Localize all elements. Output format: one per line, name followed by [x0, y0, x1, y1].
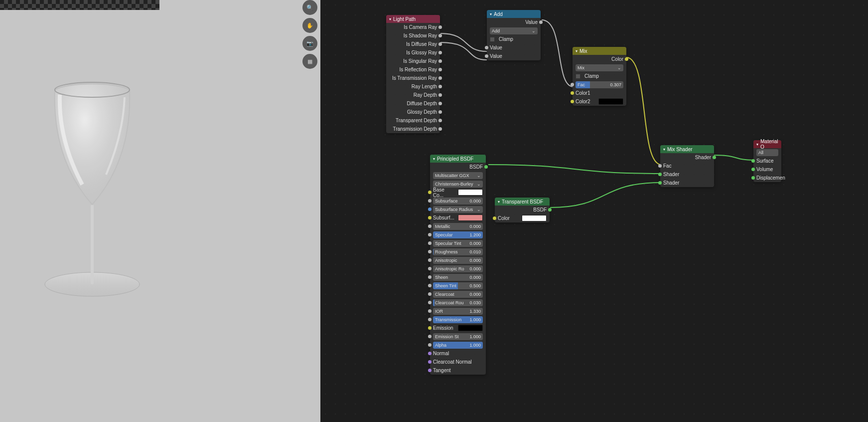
input-label: Emission: [433, 325, 453, 331]
node-transparent-bsdf[interactable]: ▾ Transparent BSDF BSDF Color: [495, 198, 550, 222]
param-slider[interactable]: Specular1.200: [433, 231, 483, 238]
node-editor[interactable]: ▾ Light Path Is Camera RayIs Shadow RayI…: [320, 0, 868, 422]
output-label: Is Transmission Ray: [392, 75, 437, 81]
distribution-dropdown[interactable]: Multiscatter GGX: [433, 172, 483, 179]
input-label: Displacemen: [756, 175, 785, 181]
output-label: Is Glossy Ray: [406, 50, 437, 55]
node-title: Principled BSDF: [437, 156, 473, 162]
param-slider[interactable]: Sheen Tint0.500: [433, 282, 483, 289]
output-label: Shader: [695, 155, 711, 160]
basecolor-swatch[interactable]: [458, 189, 483, 196]
node-title: Mix Shader: [667, 147, 693, 152]
output-label: Transmission Depth: [393, 126, 437, 132]
param-slider[interactable]: Roughness0.010: [433, 248, 483, 255]
clamp-checkbox[interactable]: [576, 74, 580, 79]
input-label: Volume: [756, 167, 773, 172]
param-slider[interactable]: Specular Tint0.000: [433, 240, 483, 247]
zoom-icon[interactable]: 🔍: [302, 0, 317, 15]
input-label: Color: [498, 215, 510, 221]
param-slider[interactable]: Metallic0.000: [433, 223, 483, 230]
node-header[interactable]: ▾ Material O: [753, 140, 781, 148]
math-mode-dropdown[interactable]: Add: [490, 27, 538, 34]
output-label: Transparent Depth: [396, 118, 437, 123]
input-label: Color1: [576, 90, 590, 96]
node-math-add[interactable]: ▾ Add Value Add Clamp Value Value: [487, 10, 541, 60]
output-label: Is Camera Ray: [404, 24, 437, 30]
node-mix-shader[interactable]: ▾ Mix Shader Shader Fac Shader Shader: [660, 145, 714, 187]
input-label: Value: [490, 45, 502, 50]
param-slider[interactable]: Anisotropic0.000: [433, 257, 483, 264]
clamp-label: Clamp: [584, 73, 599, 79]
output-label: Is Reflection Ray: [399, 67, 437, 72]
input-label: Subsurf...: [433, 215, 454, 220]
input-label: Shader: [663, 172, 679, 177]
node-header[interactable]: ▾ Add: [487, 10, 541, 18]
input-label: Normal: [433, 351, 449, 356]
collapse-icon: ▾: [576, 49, 578, 53]
collapse-icon: ▾: [433, 157, 435, 161]
node-title: Mix: [579, 48, 587, 54]
input-label: Clearcoat Normal: [433, 359, 472, 365]
output-label: Color: [611, 56, 623, 62]
color-swatch[interactable]: [522, 215, 547, 221]
node-header[interactable]: ▾ Light Path: [386, 15, 440, 23]
fac-slider[interactable]: Fac0.307: [576, 81, 623, 88]
output-label: Is Singular Ray: [403, 58, 437, 64]
output-label: Ray Depth: [414, 92, 437, 98]
persp-icon[interactable]: ▦: [302, 54, 317, 69]
viewport-3d[interactable]: 🔍 ✋ 📷 ▦: [0, 0, 320, 422]
svg-rect-1: [91, 205, 94, 284]
param-swatch[interactable]: [458, 325, 483, 331]
param-slider[interactable]: Anisotropic Ro0.000: [433, 265, 483, 272]
collapse-icon: ▾: [490, 12, 492, 16]
color2-swatch[interactable]: [598, 98, 623, 105]
pan-icon[interactable]: ✋: [302, 18, 317, 33]
input-label: Fac: [663, 163, 672, 169]
collapse-icon: ▾: [663, 147, 665, 152]
param-swatch[interactable]: [458, 214, 483, 221]
node-material-output[interactable]: ▾ Material O All SurfaceVolumeDisplaceme…: [753, 140, 781, 182]
param-slider[interactable]: Clearcoat0.000: [433, 291, 483, 298]
collapse-icon: ▾: [389, 17, 391, 21]
node-header[interactable]: ▾ Mix Shader: [660, 145, 714, 153]
output-label: Glossy Depth: [407, 109, 437, 115]
clamp-label: Clamp: [499, 36, 513, 42]
param-dropdown[interactable]: Subsurface Radius: [433, 206, 483, 213]
input-label: Value: [490, 53, 502, 59]
node-title: Light Path: [393, 16, 416, 22]
output-label: Ray Length: [412, 84, 437, 89]
node-header[interactable]: ▾ Principled BSDF: [430, 155, 486, 163]
output-label: BSDF: [533, 207, 547, 212]
output-label: Diffuse Depth: [407, 101, 437, 106]
node-principled-bsdf[interactable]: ▾ Principled BSDF BSDF Multiscatter GGX …: [430, 155, 486, 375]
output-label: Is Diffuse Ray: [406, 41, 437, 47]
camera-icon[interactable]: 📷: [302, 36, 317, 51]
input-label: Shader: [663, 180, 679, 186]
collapse-icon: ▾: [498, 200, 500, 204]
output-label: Value: [525, 19, 538, 25]
output-label: BSDF: [469, 164, 483, 170]
node-mix-rgb[interactable]: ▾ Mix Color Mix Clamp Fac0.307 Color1 Co…: [573, 47, 626, 106]
sss-dropdown[interactable]: Christensen-Burley: [433, 181, 483, 188]
param-slider[interactable]: IOR1.330: [433, 308, 483, 315]
node-title: Add: [494, 11, 503, 17]
param-slider[interactable]: Transmission1.000: [433, 316, 483, 323]
node-title: Transparent BSDF: [502, 199, 543, 205]
collapse-icon: ▾: [756, 142, 758, 147]
node-header[interactable]: ▾ Transparent BSDF: [495, 198, 550, 206]
node-header[interactable]: ▾ Mix: [573, 47, 626, 55]
render-wine-glass: [32, 75, 152, 304]
input-label: Color2: [576, 99, 590, 104]
param-slider[interactable]: Subsurface0.000: [433, 198, 483, 205]
blend-mode-dropdown[interactable]: Mix: [576, 64, 623, 71]
input-label: Surface: [756, 158, 773, 164]
param-slider[interactable]: Emission St1.000: [433, 333, 483, 340]
input-label: Tangent: [433, 368, 451, 373]
node-light-path[interactable]: ▾ Light Path Is Camera RayIs Shadow RayI…: [386, 15, 440, 133]
param-slider[interactable]: Alpha1.000: [433, 342, 483, 349]
target-dropdown[interactable]: All: [756, 149, 778, 156]
param-slider[interactable]: Clearcoat Rou0.030: [433, 299, 483, 306]
clamp-checkbox[interactable]: [490, 37, 495, 42]
param-slider[interactable]: Sheen0.000: [433, 274, 483, 281]
output-label: Is Shadow Ray: [404, 33, 437, 38]
